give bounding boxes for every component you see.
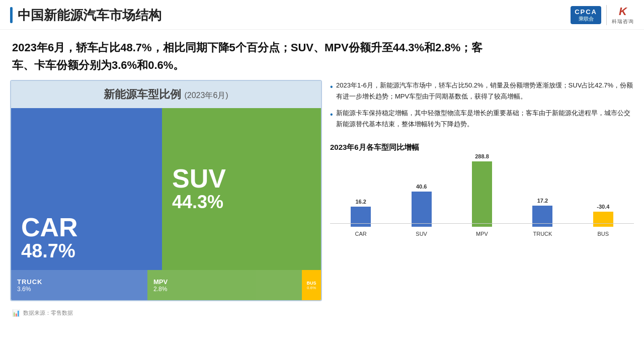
bar-group-bus: -30.4BUS — [578, 204, 629, 237]
header-left: 中国新能源汽车市场结构 — [10, 7, 162, 24]
bar-group-mpv: 288.8MPV — [456, 153, 508, 237]
cpca-logo-sub: 乘联合 — [579, 16, 594, 22]
logo-divider — [606, 5, 607, 25]
chart-section: 2023年6月各车型同比增幅 16.2CAR40.6SUV288.8MPV17.… — [330, 143, 634, 237]
bullet-points: 2023年1-6月，新能源汽车市场中，轿车占比50.2%，销量及份额增势逐渐放缓… — [330, 80, 634, 134]
page-title: 中国新能源汽车市场结构 — [18, 7, 162, 24]
treemap-mpv-label: MPV — [153, 278, 296, 286]
treemap-suv-pct: 44.3% — [172, 192, 311, 213]
bar-rect-mpv — [472, 161, 492, 227]
subtitle-line1: 2023年6月，轿车占比48.7%，相比同期下降5个百分点；SUV、MPV份额升… — [12, 41, 482, 54]
subtitle-line2: 车、卡车份额分别为3.6%和0.6%。 — [12, 59, 184, 71]
bullet-2: 新能源卡车保持稳定增幅，其中轻微型物流车是增长的重要基础；客车由于新能源化进程早… — [330, 108, 634, 130]
treemap-truck-cell: TRUCK 3.6% — [11, 270, 147, 300]
bar-label-bus: BUS — [598, 231, 609, 237]
treemap-year-label: (2023年6月) — [184, 91, 228, 100]
treemap-car-label: CAR — [21, 214, 152, 240]
treemap-suv-cell: SUV 44.3% — [162, 108, 321, 270]
header: 中国新能源汽车市场结构 CPCA 乘联合 K 科瑞咨询 — [0, 0, 644, 30]
subtitle-block: 2023年6月，轿车占比48.7%，相比同期下降5个百分点；SUV、MPV份额升… — [0, 30, 644, 80]
subtitle-text: 2023年6月，轿车占比48.7%，相比同期下降5个百分点；SUV、MPV份额升… — [12, 39, 632, 74]
bar-value-mpv: 288.8 — [475, 153, 489, 159]
right-section: 2023年1-6月，新能源汽车市场中，轿车占比50.2%，销量及份额增势逐渐放缓… — [330, 80, 634, 301]
bullet-1: 2023年1-6月，新能源汽车市场中，轿车占比50.2%，销量及份额增势逐渐放缓… — [330, 80, 634, 102]
bar-rect-car — [351, 207, 371, 227]
chart-title: 2023年6月各车型同比增幅 — [330, 143, 634, 152]
bar-group-car: 16.2CAR — [335, 199, 386, 237]
bar-value-truck: 17.2 — [537, 198, 548, 204]
treemap-title: 新能源车型比例 (2023年6月) — [11, 81, 321, 108]
bar-rect-bus — [593, 212, 613, 227]
bar-label-car: CAR — [355, 231, 367, 237]
bar-chart: 16.2CAR40.6SUV288.8MPV17.2TRUCK-30.4BUS — [330, 156, 634, 237]
kerui-logo-text: 科瑞咨询 — [612, 18, 634, 25]
main-content: 新能源车型比例 (2023年6月) CAR 48.7% SUV 44.3% TR… — [0, 80, 644, 306]
footer: 📊 数据来源：零售数据 — [0, 306, 644, 320]
bar-rect-suv — [412, 192, 432, 227]
treemap-bus-cell: BUS 0.6% — [302, 270, 321, 300]
treemap-section: 新能源车型比例 (2023年6月) CAR 48.7% SUV 44.3% TR… — [10, 80, 322, 301]
bar-group-truck: 17.2TRUCK — [517, 198, 568, 237]
treemap-car-cell: CAR 48.7% — [11, 108, 162, 270]
bar-group-suv: 40.6SUV — [395, 184, 447, 237]
chart-baseline — [330, 223, 634, 224]
treemap-bottom-row: TRUCK 3.6% MPV 2.8% BUS 0.6% — [11, 270, 321, 300]
cpca-logo-top: CPCA — [575, 8, 597, 16]
bar-label-suv: SUV — [416, 231, 427, 237]
treemap-title-text: 新能源车型比例 — [104, 88, 181, 101]
treemap-top-row: CAR 48.7% SUV 44.3% — [11, 108, 321, 270]
bar-value-bus: -30.4 — [597, 204, 609, 210]
treemap-truck-pct: 3.6% — [17, 286, 141, 293]
treemap-suv-label: SUV — [172, 165, 311, 192]
treemap-bus-pct: 0.6% — [307, 286, 316, 290]
bar-label-truck: TRUCK — [533, 231, 552, 237]
treemap-mpv-pct: 2.8% — [153, 286, 296, 293]
kerui-logo-k: K — [619, 5, 627, 18]
treemap-car-pct: 48.7% — [21, 240, 152, 262]
treemap-mpv-cell: MPV 2.8% — [147, 270, 302, 300]
footer-icon: 📊 — [12, 309, 20, 317]
bar-value-car: 16.2 — [355, 199, 366, 205]
treemap-body: CAR 48.7% SUV 44.3% TRUCK 3.6% MPV 2.8% — [11, 108, 321, 300]
cpca-logo: CPCA 乘联合 — [571, 6, 601, 24]
bar-label-mpv: MPV — [476, 231, 488, 237]
treemap-truck-label: TRUCK — [17, 278, 141, 286]
header-logos: CPCA 乘联合 K 科瑞咨询 — [571, 5, 634, 25]
treemap-bus-label: BUS — [306, 281, 316, 286]
footer-text: 数据来源：零售数据 — [23, 309, 73, 317]
header-accent-bar — [10, 7, 13, 23]
bar-value-suv: 40.6 — [416, 184, 427, 190]
kerui-logo: K 科瑞咨询 — [612, 5, 634, 25]
